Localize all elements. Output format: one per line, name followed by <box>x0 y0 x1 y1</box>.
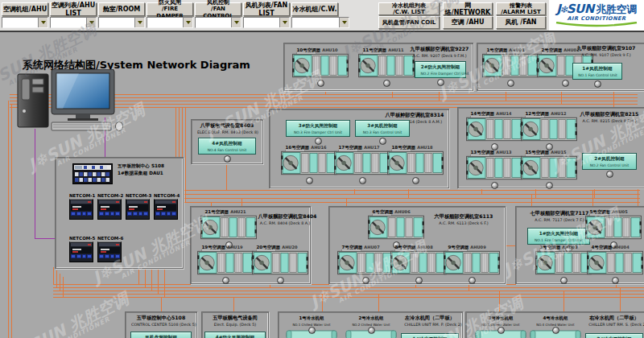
netcom-label: NETCOM-5 <box>69 236 93 241</box>
chilled-water-select[interactable] <box>291 17 349 28</box>
status-indicator <box>594 80 601 88</box>
fan-control-select[interactable] <box>195 17 242 28</box>
fire-damper-button[interactable]: 防火风闸 /FIRE DAMPER <box>147 2 193 16</box>
ahu-unit[interactable]: 17号空调器 AHU17 <box>334 144 390 184</box>
chiller-unit[interactable]: 2号冷水机组NO.2 Chilled Water Unit <box>345 315 398 338</box>
ctrl-unit-button[interactable]: 4#防火风闸控制箱 <box>204 332 266 338</box>
chevron-down-icon[interactable] <box>86 18 96 27</box>
ctrl-unit-button[interactable]: 2#风机控制箱NO.2 Fan Control Unit <box>582 153 637 170</box>
room-label: 右冷水机间（二甲板）CHILLER UNIT RM. S. (Deck 2) <box>585 315 643 327</box>
status-indicator <box>306 177 313 184</box>
network-diagram: 系统网络结构图/System Network Diagram <box>0 31 644 338</box>
fire-damper-select[interactable] <box>147 17 193 28</box>
ctrl-unit-button[interactable]: 风机盘管控制箱 <box>130 332 192 338</box>
chevron-down-icon[interactable] <box>38 18 47 27</box>
fan-view-button[interactable]: 风机 /FAN <box>496 16 546 29</box>
ahu-unit[interactable]: 12号空调器 AHU12 <box>521 110 577 150</box>
chiller-room-port: 1号冷水机组NO.1 Chilled Water Unit 2号冷水机组NO.2… <box>278 311 463 338</box>
ahu-unit[interactable]: 5号空调器 AHU05 <box>585 208 642 249</box>
ahu-unit[interactable]: 3号空调器 AHU03 <box>535 244 592 284</box>
alarm-list-button[interactable]: 报警列表 /ALARM LIST <box>496 2 546 15</box>
ahu-unit[interactable]: 1号空调器 AHU01 <box>482 47 539 87</box>
ahu-list-select[interactable] <box>50 17 97 28</box>
ahu-unit[interactable]: 8号空调器 AHU08 <box>390 244 447 284</box>
netcom-label: NETCOM-1 <box>69 193 93 199</box>
netcom-label: NETCOM-3 <box>126 193 150 199</box>
room-button[interactable]: 舱室/ROOM <box>98 2 145 16</box>
ahu-unit[interactable]: 16号空调器 AHU16 <box>281 144 337 184</box>
ctrl-unit-button[interactable]: 3#风机控制箱NO.3 Fan Control Unit <box>355 120 410 137</box>
netcom-module[interactable]: NETCOM-3 <box>126 193 150 220</box>
chiller-unit[interactable]: 4号冷水机组NO.4 Chilled Water Unit <box>529 315 582 338</box>
fan-list-select[interactable] <box>243 17 290 28</box>
ahu-unit[interactable]: 18号空调器 AHU18 <box>387 144 444 184</box>
room-label: 八甲板电气设备室8403ELEC.EQUIP. RM. 8403 (Deck 8… <box>193 122 261 134</box>
ctrl-unit-button[interactable]: 1#风机控制箱NO.1 Fan Control Unit <box>572 63 622 80</box>
ahu-unit[interactable]: 9号空调器 AHU09 <box>444 244 500 284</box>
chevron-down-icon[interactable] <box>134 18 144 27</box>
ctrl-unit-button[interactable]: 4#风机控制箱NO.4 Fan Control Unit <box>198 138 256 155</box>
fan-list-button[interactable]: 风机列表/FAN LIST <box>243 2 290 16</box>
ctrl-unit-button[interactable]: 1#冷水泵控制箱 <box>401 333 459 338</box>
ctrl-unit-button[interactable]: 2#冷水泵控制箱 <box>585 333 643 338</box>
chiller-label: 2号冷水机组 <box>347 315 394 321</box>
status-indicator <box>552 327 559 334</box>
ahu-view-button[interactable]: 空调 /AHU <box>443 16 493 29</box>
room-select[interactable] <box>98 17 145 28</box>
ctrl-unit-button[interactable]: 2#防火风闸控制箱NO.2 Fire Damper Ctrl Unit <box>415 61 466 78</box>
netcom-display <box>69 241 93 262</box>
netcom-module[interactable]: NETCOM-1 <box>69 193 93 220</box>
network-button[interactable]: 网络/NETWORK <box>443 2 493 15</box>
field-bus-wire <box>164 267 165 297</box>
ahu-unit[interactable]: 20号空调器 AHU20 <box>252 244 308 284</box>
ahu-group-select[interactable] <box>2 17 48 28</box>
netcom-module[interactable]: NETCOM-6 <box>97 236 122 262</box>
operator-workstation[interactable] <box>14 69 127 137</box>
netcom-label: NETCOM-2 <box>97 193 122 199</box>
status-indicator <box>562 80 569 87</box>
netcom-module[interactable]: NETCOM-4 <box>154 193 178 220</box>
ahu-unit[interactable]: 19号空调器 AHU19 <box>197 244 254 284</box>
ahu-unit[interactable]: 7号空调器 AHU07 <box>337 244 394 284</box>
ahu-unit[interactable]: 11号空调器 AHU11 <box>358 47 415 87</box>
ahu-unit-label: 8号空调器 AHU08 <box>390 245 442 249</box>
ahu-unit-label: 15号空调器 AHU15 <box>521 150 572 155</box>
ahu-unit[interactable]: 6号空调器 AHU06 <box>368 208 424 249</box>
chilled-water-button[interactable]: 冷水机组/C.W. <box>291 2 338 16</box>
fan-coil-button[interactable]: 风机盘管/FAN COIL <box>378 16 440 29</box>
chevron-down-icon[interactable] <box>279 18 289 27</box>
ahu-unit-label: 14号空调器 AHU14 <box>466 111 518 116</box>
field-bus-wire <box>11 104 12 338</box>
field-bus-wire <box>322 294 323 311</box>
field-bus-wire <box>175 202 640 203</box>
ahu-group-button[interactable]: 空调机组/AHU <box>2 2 48 16</box>
ahu-unit[interactable]: 14号空调器 AHU14 <box>466 110 522 150</box>
ahu-unit-label: 17号空调器 AHU17 <box>334 145 386 150</box>
fan-control-button[interactable]: 风机控制 /FAN CONTROL <box>195 2 242 16</box>
field-bus-wire <box>53 291 644 291</box>
chevron-down-icon[interactable] <box>183 18 192 27</box>
chiller-label-en: NO.3 Chilled Water Unit <box>480 323 522 327</box>
ahu-unit[interactable]: 13号空调器 AHU13 <box>466 149 522 189</box>
chevron-down-icon[interactable] <box>339 18 349 27</box>
field-bus-wire <box>53 294 644 295</box>
ahu-unit[interactable]: 10号空调器 AHU10 <box>292 47 349 87</box>
chevron-down-icon[interactable] <box>231 18 241 27</box>
ahu-unit[interactable]: 15号空调器 AHU15 <box>521 149 577 189</box>
ctrl-unit-button[interactable]: 1#防火风闸控制箱NO.1 Fire Damper Ctrl Unit <box>527 228 590 245</box>
netcom-module[interactable]: NETCOM-2 <box>97 193 122 220</box>
netcom-module[interactable]: NETCOM-5 <box>69 236 93 262</box>
network-switch[interactable] <box>72 163 113 188</box>
field-bus-wire <box>60 274 60 291</box>
ahu-list-button[interactable]: 空调列表/AHU LIST <box>50 2 97 16</box>
ahu-unit[interactable]: 4号空调器 AHU04 <box>587 244 643 284</box>
ahu-unit[interactable]: 21号空调器 AHU21 <box>200 208 257 249</box>
ahu-unit-label: 5号空调器 AHU05 <box>585 209 637 214</box>
field-bus-wire <box>138 267 139 284</box>
chiller-unit[interactable]: 1号冷水机组NO.1 Chilled Water Unit <box>285 315 338 338</box>
cw-list-button[interactable]: 冷水机组列表 /C.W. LIST <box>378 2 440 15</box>
status-indicator <box>222 277 229 284</box>
ctrl-unit-button[interactable]: 3#防火风闸控制箱NO.3 Fire Damper Ctrl Unit <box>286 120 350 137</box>
status-indicator <box>317 80 324 87</box>
chiller-unit[interactable]: 3号冷水机组NO.3 Chilled Water Unit <box>474 315 527 338</box>
